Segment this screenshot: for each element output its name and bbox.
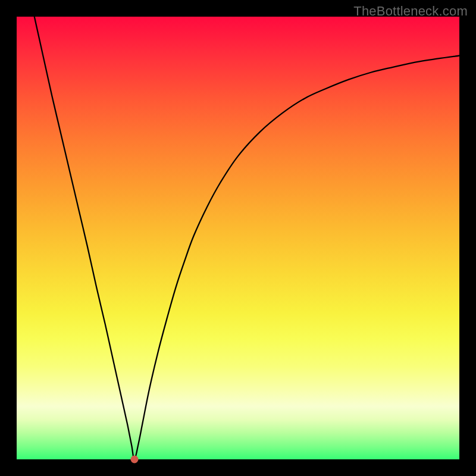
optimal-marker-dot [130, 456, 138, 464]
bottleneck-curve [17, 17, 459, 459]
plot-area [17, 17, 459, 459]
watermark-text: TheBottleneck.com [353, 4, 468, 19]
chart-frame: TheBottleneck.com [0, 0, 476, 476]
